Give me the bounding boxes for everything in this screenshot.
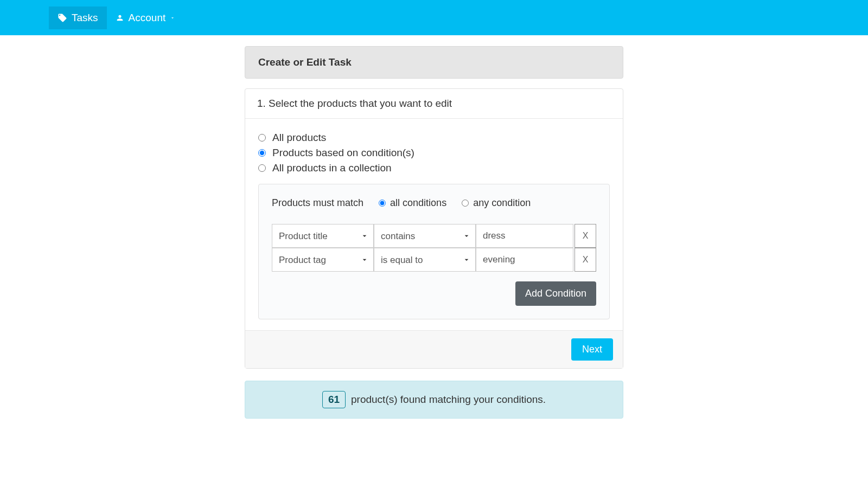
condition-value-input[interactable] [476, 224, 573, 248]
nav-account-label: Account [129, 12, 166, 24]
condition-field-select[interactable]: Product title [272, 224, 374, 248]
radio-collection[interactable]: All products in a collection [258, 162, 610, 174]
user-icon [116, 14, 124, 22]
condition-operator-select[interactable]: contains [374, 224, 476, 248]
nav-tasks[interactable]: Tasks [49, 7, 107, 29]
match-all-option[interactable]: all conditions [379, 197, 446, 209]
radio-by-condition-input[interactable] [258, 149, 266, 157]
condition-remove-button[interactable]: X [575, 248, 596, 272]
radio-collection-label: All products in a collection [272, 162, 392, 174]
match-all-label: all conditions [390, 197, 446, 209]
add-condition-button[interactable]: Add Condition [515, 281, 596, 306]
card-body: All products Products based on condition… [245, 119, 623, 319]
condition-row: Product title contains X [272, 224, 596, 248]
tag-icon [58, 13, 67, 23]
match-any-label: any condition [473, 197, 531, 209]
caret-down-icon [170, 15, 175, 21]
panel-title: Create or Edit Task [258, 56, 610, 68]
nav-tasks-label: Tasks [72, 12, 98, 24]
match-any-option[interactable]: any condition [462, 197, 531, 209]
match-row: Products must match all conditions any c… [272, 197, 596, 209]
step-card: 1. Select the products that you want to … [245, 88, 623, 369]
next-button[interactable]: Next [571, 338, 613, 361]
add-condition-row: Add Condition [272, 281, 596, 306]
card-footer: Next [245, 330, 623, 368]
radio-by-condition-label: Products based on condition(s) [272, 147, 414, 159]
condition-operator-select[interactable]: is equal to [374, 248, 476, 272]
match-any-radio[interactable] [462, 200, 469, 207]
step-title: 1. Select the products that you want to … [245, 89, 623, 119]
radio-all-products-label: All products [272, 132, 326, 144]
main-container: Create or Edit Task 1. Select the produc… [245, 46, 623, 419]
results-message: product(s) found matching your condition… [351, 394, 546, 406]
radio-all-products[interactable]: All products [258, 132, 610, 144]
radio-collection-input[interactable] [258, 164, 266, 172]
match-label: Products must match [272, 197, 363, 209]
conditions-table: Product title contains X [272, 224, 596, 272]
match-all-radio[interactable] [379, 200, 386, 207]
condition-row: Product tag is equal to X [272, 248, 596, 272]
navbar: Tasks Account [0, 0, 868, 35]
nav-account[interactable]: Account [107, 7, 189, 29]
conditions-box: Products must match all conditions any c… [258, 184, 610, 319]
results-count: 61 [322, 391, 346, 408]
results-banner: 61 product(s) found matching your condit… [245, 381, 623, 419]
radio-by-condition[interactable]: Products based on condition(s) [258, 147, 610, 159]
panel-header: Create or Edit Task [245, 46, 623, 79]
condition-field-select[interactable]: Product tag [272, 248, 374, 272]
condition-remove-button[interactable]: X [575, 224, 596, 248]
condition-value-input[interactable] [476, 248, 573, 272]
radio-all-products-input[interactable] [258, 134, 266, 142]
